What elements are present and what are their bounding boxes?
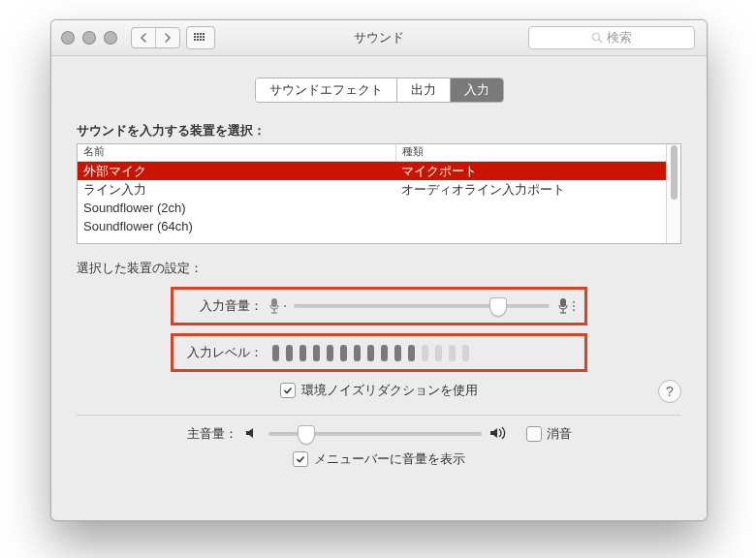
input-level-meter — [272, 345, 575, 361]
show-in-menubar-label: メニューバーに音量を表示 — [314, 450, 465, 468]
level-segment — [327, 345, 333, 361]
input-volume-knob[interactable] — [489, 297, 507, 317]
close-window-button[interactable] — [61, 31, 75, 45]
device-row[interactable]: 外部マイクマイクポート — [78, 162, 666, 180]
device-type: オーディオライン入力ポート — [395, 181, 666, 199]
col-header-name[interactable]: 名前 — [78, 144, 396, 161]
mute-checkbox[interactable] — [526, 426, 542, 442]
level-segment — [286, 345, 293, 361]
separator — [77, 415, 681, 416]
search-placeholder: 検索 — [607, 29, 632, 46]
master-volume-slider[interactable] — [268, 432, 482, 436]
level-segment — [449, 345, 456, 361]
noise-reduction-checkbox[interactable] — [280, 383, 296, 398]
col-header-type[interactable]: 種類 — [396, 144, 666, 161]
mic-high-icon — [557, 297, 575, 315]
level-segment — [394, 345, 401, 361]
input-volume-label: 入力音量： — [183, 297, 263, 315]
menubar-volume-row: メニューバーに音量を表示 — [77, 450, 681, 468]
input-level-label: 入力レベル： — [183, 344, 263, 361]
device-name: ライン入力 — [78, 181, 395, 199]
mute-label: 消音 — [547, 425, 572, 443]
level-segment — [340, 345, 347, 361]
grid-icon — [194, 33, 207, 43]
svg-rect-2 — [271, 298, 277, 307]
svg-rect-5 — [560, 298, 566, 307]
level-segment — [299, 345, 306, 361]
noise-reduction-label: 環境ノイズリダクションを使用 — [301, 382, 478, 399]
show-in-menubar-checkbox[interactable] — [293, 451, 308, 467]
sound-preferences-window: サウンド 検索 サウンドエフェクト 出力 入力 サウンドを入力する装置を選択： … — [50, 19, 708, 521]
search-field[interactable]: 検索 — [528, 26, 695, 49]
selected-device-settings-label: 選択した装置の設定： — [77, 260, 681, 277]
input-device-table: 名前 種類 外部マイクマイクポートライン入力オーディオライン入力ポートSound… — [77, 143, 681, 244]
level-segment — [272, 345, 279, 361]
level-segment — [367, 345, 374, 361]
level-segment — [422, 345, 428, 361]
svg-point-0 — [593, 34, 600, 41]
zoom-window-button[interactable] — [104, 31, 117, 45]
level-segment — [435, 345, 442, 361]
mic-low-icon — [268, 297, 286, 315]
level-segment — [354, 345, 361, 361]
noise-reduction-row: 環境ノイズリダクションを使用 ? — [77, 382, 681, 399]
input-volume-row: 入力音量： — [171, 287, 587, 326]
show-all-button[interactable] — [186, 26, 215, 49]
device-row[interactable]: Soundflower (64ch) — [78, 217, 666, 235]
level-segment — [381, 345, 388, 361]
scrollbar-thumb[interactable] — [671, 145, 677, 200]
titlebar: サウンド 検索 — [51, 20, 707, 56]
tab-sound-effects[interactable]: サウンドエフェクト — [256, 78, 396, 102]
device-name: Soundflower (64ch) — [78, 219, 395, 233]
table-header: 名前 種類 — [78, 144, 666, 162]
master-volume-row: 主音量： 消音 — [77, 425, 681, 443]
help-button[interactable]: ? — [658, 380, 681, 403]
speaker-high-icon — [489, 426, 511, 443]
device-row[interactable]: ライン入力オーディオライン入力ポート — [78, 180, 666, 199]
back-button[interactable] — [132, 28, 155, 47]
tab-input[interactable]: 入力 — [450, 78, 503, 102]
master-volume-label: 主音量： — [187, 425, 237, 443]
level-segment — [313, 345, 320, 361]
device-name: 外部マイク — [78, 163, 395, 180]
nav-segmented — [131, 27, 180, 48]
forward-button[interactable] — [155, 28, 179, 47]
search-icon — [591, 32, 603, 44]
device-type: マイクポート — [395, 163, 666, 180]
input-volume-slider[interactable] — [294, 304, 550, 308]
device-row[interactable]: Soundflower (2ch) — [78, 199, 666, 217]
svg-line-1 — [599, 40, 602, 43]
device-name: Soundflower (2ch) — [78, 201, 395, 215]
speaker-low-icon — [245, 426, 261, 443]
sound-tabs: サウンドエフェクト 出力 入力 — [255, 78, 504, 103]
select-input-device-label: サウンドを入力する装置を選択： — [77, 122, 681, 140]
level-segment — [462, 345, 469, 361]
input-level-row: 入力レベル： — [171, 333, 587, 372]
minimize-window-button[interactable] — [82, 31, 96, 45]
master-volume-knob[interactable] — [298, 425, 315, 445]
tab-output[interactable]: 出力 — [396, 78, 450, 102]
table-scrollbar[interactable] — [666, 144, 680, 243]
level-segment — [408, 345, 415, 361]
window-controls — [61, 31, 117, 45]
